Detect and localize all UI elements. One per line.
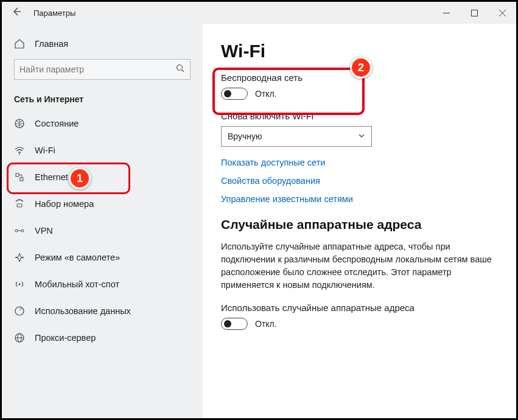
dialup-icon <box>14 198 25 209</box>
random-hw-heading: Случайные аппаратные адреса <box>221 217 498 232</box>
svg-point-1 <box>177 65 183 70</box>
wireless-state: Откл. <box>255 89 277 99</box>
sidebar-home[interactable]: Главная <box>2 31 203 57</box>
annotation-badge-2: 2 <box>350 57 372 79</box>
link-hardware-properties[interactable]: Свойства оборудования <box>221 176 498 186</box>
vpn-icon <box>14 225 25 236</box>
sidebar-item-ethernet[interactable]: Ethernet <box>2 164 203 191</box>
sidebar-item-vpn[interactable]: VPN <box>2 217 203 244</box>
sidebar-item-label: Набор номера <box>35 199 94 209</box>
svg-point-7 <box>15 229 18 232</box>
sidebar-item-hotspot[interactable]: Мобильный хот-спот <box>2 271 203 298</box>
status-icon <box>14 118 25 129</box>
svg-point-9 <box>19 284 21 285</box>
random-hw-toggle-title: Использовать случайные аппаратные адреса <box>221 303 498 313</box>
wireless-toggle[interactable] <box>221 88 248 100</box>
search-field[interactable] <box>19 65 176 74</box>
svg-rect-5 <box>20 178 23 181</box>
search-input[interactable] <box>14 59 191 80</box>
sidebar-item-label: Мобильный хот-спот <box>35 279 119 289</box>
search-icon <box>176 64 185 75</box>
sidebar-item-label: Режим «в самолете» <box>35 253 120 262</box>
svg-point-8 <box>21 229 24 232</box>
chevron-down-icon <box>358 131 365 141</box>
airplane-icon <box>14 252 25 263</box>
sidebar-item-dialup[interactable]: Набор номера <box>2 191 203 217</box>
sidebar-item-label: VPN <box>35 226 53 236</box>
random-hw-toggle[interactable] <box>221 318 248 330</box>
sidebar-item-label: Состояние <box>35 119 79 128</box>
sidebar-item-label: Прокси-сервер <box>35 333 96 343</box>
link-show-networks[interactable]: Показать доступные сети <box>221 158 498 167</box>
svg-rect-6 <box>17 204 22 207</box>
reenable-value: Вручную <box>228 131 262 141</box>
sidebar-item-airplane[interactable]: Режим «в самолете» <box>2 244 203 271</box>
reenable-title: Снова включить Wi-Fi <box>221 111 498 121</box>
svg-rect-0 <box>471 10 477 16</box>
sidebar-home-label: Главная <box>35 39 68 49</box>
ethernet-icon <box>14 172 25 183</box>
sidebar-section-heading: Сеть и Интернет <box>2 86 203 110</box>
sidebar-item-label: Использование данных <box>35 306 131 316</box>
minimize-button[interactable] <box>432 2 460 24</box>
reenable-group: Снова включить Wi-Fi Вручную <box>221 111 498 147</box>
hotspot-icon <box>14 279 25 290</box>
datausage-icon <box>14 306 25 317</box>
svg-point-3 <box>19 153 20 155</box>
proxy-icon <box>14 332 25 343</box>
reenable-select[interactable]: Вручную <box>221 126 372 147</box>
sidebar-item-label: Wi-Fi <box>35 145 55 155</box>
maximize-button[interactable] <box>460 2 488 24</box>
sidebar: Главная Сеть и Интернет Состояние <box>2 24 203 418</box>
main-pane: Wi-Fi Беспроводная сеть Откл. Снова вклю… <box>203 24 516 418</box>
close-button[interactable] <box>488 2 516 24</box>
titlebar: Параметры <box>2 2 516 24</box>
random-hw-description: Используйте случайные аппаратные адреса,… <box>221 240 498 292</box>
sidebar-item-label: Ethernet <box>35 172 68 182</box>
svg-rect-4 <box>16 173 19 177</box>
sidebar-item-status[interactable]: Состояние <box>2 110 203 137</box>
random-hw-state: Откл. <box>255 319 277 329</box>
sidebar-item-datausage[interactable]: Использование данных <box>2 298 203 324</box>
home-icon <box>14 38 25 49</box>
sidebar-item-wifi[interactable]: Wi-Fi <box>2 137 203 164</box>
annotation-badge-1: 1 <box>69 167 91 189</box>
link-manage-known[interactable]: Управление известными сетями <box>221 194 498 204</box>
sidebar-item-proxy[interactable]: Прокси-сервер <box>2 324 203 351</box>
window-title: Параметры <box>33 9 75 18</box>
back-icon[interactable] <box>12 7 21 19</box>
wifi-icon <box>14 145 25 156</box>
